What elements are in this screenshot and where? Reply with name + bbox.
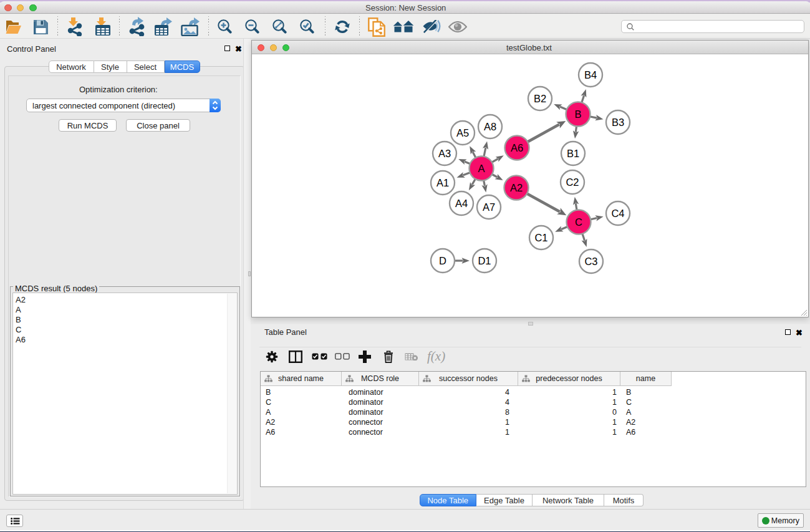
svg-text:D1: D1 (478, 255, 491, 266)
svg-text:C2: C2 (566, 177, 579, 188)
svg-text:A3: A3 (438, 148, 451, 159)
svg-text:A6: A6 (511, 142, 523, 153)
svg-text:A7: A7 (483, 201, 495, 213)
svg-text:B3: B3 (612, 117, 624, 128)
svg-text:B1: B1 (567, 148, 579, 159)
svg-text:B4: B4 (584, 69, 597, 80)
svg-text:D: D (439, 255, 446, 266)
svg-text:A1: A1 (436, 177, 449, 188)
svg-text:A4: A4 (455, 198, 468, 209)
svg-text:A8: A8 (484, 121, 496, 132)
svg-text:A2: A2 (510, 182, 523, 193)
svg-text:A5: A5 (456, 127, 469, 138)
svg-text:B: B (574, 109, 581, 120)
svg-text:C1: C1 (534, 232, 547, 243)
svg-text:C3: C3 (584, 256, 597, 267)
svg-text:A: A (478, 163, 485, 174)
svg-text:B2: B2 (534, 93, 546, 104)
svg-text:C: C (575, 216, 582, 228)
svg-text:C4: C4 (611, 208, 624, 219)
